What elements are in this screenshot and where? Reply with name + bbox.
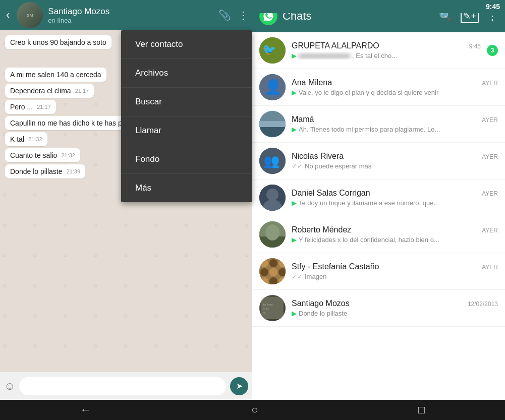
preview-text-5: Te doy un toque y llámame a ese número, … [299,199,439,207]
message-text: A mi me salen 140 a cerceda [10,71,101,79]
preview-text-3: Ah. Tienes todo mi permiso para plagiarm… [299,126,440,133]
message-text: Pero ... [10,103,33,111]
chat-preview-4: ✓✓ No puede esperar más [292,162,498,170]
chat-time-6: AYER [482,227,498,234]
home-nav-button[interactable]: ○ [241,401,268,418]
chat-list-top-1: GRUPETA ALALPARDO 9:45 [292,41,481,50]
chat-list-item-6[interactable]: Roberto Méndez AYER ▶ Y felicidades x lo… [252,216,505,253]
play-icon-5: ▶ [292,199,297,207]
svg-text:👥: 👥 [263,153,280,169]
message-time: 21:32 [28,136,42,142]
chat-avatar-8: be lovein thelife... [259,295,286,321]
svg-text:in the: in the [263,307,269,310]
chat-header-actions: 📎 ⋮ [218,9,248,21]
chat-list-content-5: Daniel Salas Corrigan AYER ▶ Te doy un t… [292,189,498,207]
play-icon-6: ▶ [292,236,297,244]
preview-text-4: No puede esperar más [305,162,371,170]
menu-item-buscar[interactable]: Buscar [121,88,252,116]
chat-avatar-5 [259,185,286,211]
status-time: 9:45 [486,3,500,11]
message-1: Creo k unos 90 bajando a soto [5,35,111,49]
preview-text-6: Y felicidades x lo del confidencial, haz… [299,236,439,244]
message-time: 21:39 [67,168,81,174]
message-input[interactable] [19,377,226,395]
chat-list-content-3: Mamá AYER ▶ Ah. Tienes todo mi permiso p… [292,115,498,133]
chat-avatar-7 [259,258,286,284]
preview-text-2: Vale, yo le digo el plan y q decida si q… [299,89,438,96]
play-icon-3: ▶ [292,126,297,133]
chat-name-6: Roberto Méndez [292,225,351,234]
chat-header-avatar: SM [17,2,43,28]
chat-header: ‹ SM Santiago Mozos en línea 📎 ⋮ [0,0,252,30]
message-time: 21:17 [75,88,89,94]
more-options-icon[interactable]: ⋮ [238,9,248,21]
back-nav-button[interactable]: ← [70,401,101,418]
chat-name-3: Mamá [292,115,314,124]
chat-time-5: AYER [482,190,498,197]
chat-list-top-5: Daniel Salas Corrigan AYER [292,189,498,198]
play-icon-1: ▶ [292,52,297,59]
chat-time-4: AYER [482,153,498,160]
preview-text-1: . Es tal el cho... [352,52,397,59]
message-text: Dependera el clima [10,87,71,95]
message-5: Pero ... 21:17 [5,100,56,114]
message-text: Donde lo pillaste [10,167,63,175]
chat-input-area: ☺ ➤ [0,372,252,400]
chat-preview-5: ▶ Te doy un toque y llámame a ese número… [292,199,498,207]
chat-list-item-5[interactable]: Daniel Salas Corrigan AYER ▶ Te doy un t… [252,179,505,216]
status-bar-right: 9:45 [252,0,505,13]
send-button[interactable]: ➤ [230,377,248,395]
chat-time-3: AYER [482,116,498,124]
message-text: K tal [10,135,24,143]
attach-icon[interactable]: 📎 [218,9,231,21]
message-text: Cuanto te salio [10,151,57,159]
play-icon-8: ▶ [292,310,297,317]
menu-item-mas[interactable]: Más [121,174,252,202]
chat-time-2: AYER [482,80,498,87]
chat-list-item-3[interactable]: Mamá AYER ▶ Ah. Tienes todo mi permiso p… [252,106,505,143]
chat-name-7: Stfy - Estefanía Castaño [292,262,379,271]
chat-list-top-8: Santiago Mozos 12/02/2013 [292,299,498,308]
preview-text-7: Imagen [305,273,326,280]
chat-time-7: AYER [482,264,498,271]
chat-right-1: 3 [487,45,498,56]
chat-panel: ‹ SM Santiago Mozos en línea 📎 ⋮ Creo k … [0,0,252,400]
emoji-button[interactable]: ☺ [4,380,15,393]
recent-nav-button[interactable]: □ [408,401,435,418]
chat-preview-1: ▶ ■■■■■■■■■■■■■ . Es tal el cho... [292,52,481,59]
chat-list-item-7[interactable]: Stfy - Estefanía Castaño AYER ✓✓ Imagen [252,253,505,290]
send-icon: ➤ [236,381,243,391]
chat-list-item-1[interactable]: 🐦 GRUPETA ALALPARDO 9:45 ▶ ■■■■■■■■■■■■■… [252,32,505,69]
chat-name-1: GRUPETA ALALPARDO [292,41,379,50]
message-3: A mi me salen 140 a cerceda [5,68,106,82]
chat-preview-7: ✓✓ Imagen [292,273,498,280]
chat-list-top-4: Nicolas Rivera AYER [292,152,498,161]
chat-name-8: Santiago Mozos [292,299,350,308]
message-7: K tal 21:32 [5,132,47,146]
menu-item-archivos[interactable]: Archivos [121,59,252,88]
chat-list-item-2[interactable]: 👤 Ana Milena AYER ▶ Vale, yo le digo el … [252,69,505,106]
bottom-nav: ← ○ □ [0,400,505,420]
chat-list-top-2: Ana Milena AYER [292,78,498,87]
chat-contact-name: Santiago Mozos [48,7,213,17]
chat-name-2: Ana Milena [292,78,332,87]
chat-list-top-6: Roberto Méndez AYER [292,225,498,234]
back-button[interactable]: ‹ [4,7,12,24]
chat-avatar-4: 👥 [259,148,286,174]
chat-name-4: Nicolas Rivera [292,152,344,161]
message-8: Cuanto te salio 21:32 [5,148,80,162]
menu-item-fondo[interactable]: Fondo [121,145,252,174]
chat-list: 🐦 GRUPETA ALALPARDO 9:45 ▶ ■■■■■■■■■■■■■… [252,32,505,400]
chat-avatar-3 [259,111,286,137]
chat-avatar-1: 🐦 [259,37,286,64]
chat-name-5: Daniel Salas Corrigan [292,189,370,198]
menu-item-ver-contacto[interactable]: Ver contacto [121,30,252,59]
chat-list-top-3: Mamá AYER [292,115,498,124]
chat-list-item-8[interactable]: be lovein thelife... Santiago Mozos 12/0… [252,290,505,327]
svg-point-10 [266,189,278,201]
chat-list-item-4[interactable]: 👥 Nicolas Rivera AYER ✓✓ No puede espera… [252,143,505,179]
menu-item-llamar[interactable]: Llamar [121,116,252,145]
chat-list-content-2: Ana Milena AYER ▶ Vale, yo le digo el pl… [292,78,498,96]
check-icon-7: ✓✓ [292,273,303,280]
dropdown-menu: Ver contacto Archivos Buscar Llamar Fond… [121,30,252,202]
